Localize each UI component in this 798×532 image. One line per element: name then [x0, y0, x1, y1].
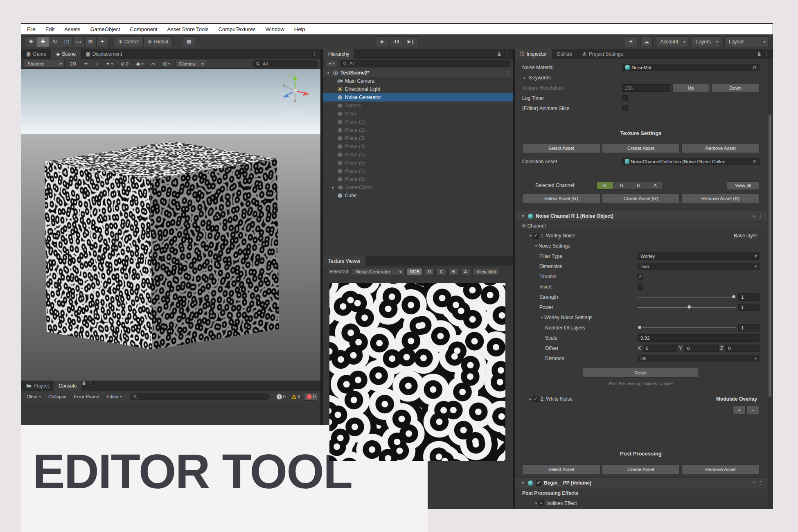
object-picker-icon[interactable]: ⊙: [753, 159, 757, 165]
menu-help[interactable]: Help: [294, 26, 305, 32]
hierarchy-item-plane-3[interactable]: Plane (3): [323, 134, 513, 142]
pivot-center-button[interactable]: ⊕ Center: [114, 36, 144, 47]
remove-layer-button[interactable]: −: [747, 406, 760, 414]
hierarchy-item-noise-generator[interactable]: Noise Generator: [323, 93, 513, 101]
channel-b-select-button[interactable]: B: [630, 182, 647, 189]
isolines-checkbox[interactable]: [539, 500, 544, 506]
white-noise-checkbox[interactable]: [533, 396, 539, 402]
menu-component[interactable]: Component: [130, 26, 157, 32]
strength-field[interactable]: 1: [738, 293, 760, 301]
collapse-toggle[interactable]: Collapse: [45, 393, 70, 401]
noise-channel-component-header[interactable]: ▾ Noise Channel R 1 (Noise Object) ≡ ⋮: [515, 211, 767, 221]
audio-toggle[interactable]: ♪: [93, 60, 101, 68]
noise-settings-row[interactable]: ▾ Noise Settings: [522, 241, 760, 251]
hierarchy-item-plane-8[interactable]: Plane (8): [323, 175, 513, 183]
layers-dropdown[interactable]: Layers: [692, 36, 721, 47]
create-asset-r-button[interactable]: Create Asset (R): [602, 194, 680, 203]
hidden-objects-toggle[interactable]: ⊘0: [118, 60, 131, 68]
texture-resolution-field[interactable]: 256: [622, 84, 670, 92]
rotate-tool-button[interactable]: ↻: [49, 36, 61, 47]
menu-window[interactable]: Window: [266, 26, 284, 32]
select-asset-r-button[interactable]: Select Asset (R): [522, 194, 600, 203]
resolution-up-button[interactable]: Up: [672, 84, 709, 92]
tab-project-settings[interactable]: Project Settings: [577, 49, 628, 59]
hierarchy-item-plane-1[interactable]: Plane (1): [323, 118, 513, 126]
animate-slice-checkbox[interactable]: [622, 106, 628, 111]
foldout-icon[interactable]: ▾: [534, 244, 539, 248]
resolution-down-button[interactable]: Down: [711, 84, 760, 92]
pp-create-asset-button[interactable]: Create Asset: [602, 464, 680, 474]
offset-y-field[interactable]: 0: [684, 345, 719, 352]
tab-game[interactable]: ▣ Game: [21, 49, 51, 59]
scene-orientation-gizmo[interactable]: y: [276, 71, 314, 109]
transform-tool-button[interactable]: ⊞: [84, 36, 97, 47]
scrollbar-thumb[interactable]: [769, 115, 771, 397]
invert-checkbox[interactable]: [638, 284, 643, 290]
info-count-toggle[interactable]: ! 0: [275, 392, 288, 401]
hierarchy-item-sphere[interactable]: Sphere: [323, 101, 513, 110]
cut-tool-button[interactable]: ✂: [149, 60, 158, 68]
power-slider[interactable]: [638, 304, 736, 311]
pp-select-asset-button[interactable]: Select Asset: [522, 464, 600, 474]
hierarchy-search-input[interactable]: [349, 61, 507, 66]
shading-mode-dropdown[interactable]: Shaded: [24, 60, 65, 68]
lock-icon[interactable]: [497, 52, 502, 56]
channel-a-select-button[interactable]: A: [647, 182, 664, 189]
hierarchy-item-plane[interactable]: Plane: [323, 110, 513, 118]
worley-settings-row[interactable]: ▾ Worley Noise Settings: [522, 312, 760, 322]
expand-icon[interactable]: ▸: [331, 185, 336, 189]
scale-field[interactable]: 9.92: [638, 334, 760, 342]
tab-hierarchy[interactable]: Hierarchy: [323, 49, 354, 59]
custom-tool-button[interactable]: ✦: [96, 36, 108, 47]
tab-texture-viewer[interactable]: Texture Viewer: [323, 256, 365, 266]
scene-menu-icon[interactable]: ⋮: [312, 51, 317, 57]
tab-inspector[interactable]: ⓘ Inspector: [515, 49, 552, 59]
presets-icon[interactable]: ≡: [753, 213, 755, 219]
2d-toggle[interactable]: 2D: [68, 60, 79, 68]
select-asset-button[interactable]: Select Asset: [522, 143, 600, 153]
tab-github[interactable]: GitHub: [552, 49, 577, 59]
remove-asset-button[interactable]: Remove Asset: [681, 143, 760, 153]
filter-type-dropdown[interactable]: Worley: [638, 252, 760, 260]
hierarchy-menu-icon[interactable]: ⋮: [505, 51, 509, 57]
menu-assets[interactable]: Assets: [64, 26, 80, 32]
console-search-input[interactable]: [139, 394, 266, 400]
menu-file[interactable]: File: [27, 26, 36, 32]
worley-noise-checkbox[interactable]: [533, 233, 539, 239]
hierarchy-item-plane-5[interactable]: Plane (5): [323, 151, 513, 159]
create-object-button[interactable]: + ▾: [326, 60, 337, 67]
rect-tool-button[interactable]: ▭: [72, 36, 85, 47]
tab-console[interactable]: Console: [54, 381, 81, 391]
offset-x-field[interactable]: 0: [643, 345, 677, 352]
error-pause-toggle[interactable]: Error Pause: [71, 393, 102, 401]
menu-gameobject[interactable]: GameObject: [90, 26, 120, 32]
presets-icon[interactable]: ≡: [753, 480, 755, 486]
reset-button[interactable]: Reset: [583, 368, 698, 378]
gizmos-dropdown[interactable]: Gizmos: [175, 60, 206, 68]
clear-button[interactable]: Clear▾: [24, 393, 44, 401]
keywords-row[interactable]: ▸Keywords: [522, 72, 760, 83]
scene-search[interactable]: [252, 60, 318, 68]
grid-visibility-button[interactable]: ⊞▾: [160, 60, 172, 68]
channel-r-button[interactable]: R: [425, 268, 435, 276]
hierarchy-item-gameobject[interactable]: ▸ GameObject: [323, 183, 513, 192]
foldout-icon[interactable]: ▾: [539, 316, 544, 320]
lock-icon[interactable]: [81, 381, 86, 385]
pause-button[interactable]: ❚❚: [390, 36, 404, 47]
lock-icon[interactable]: [757, 52, 762, 56]
scene-header-row[interactable]: ▾ TestScene2* ⋮: [323, 68, 513, 77]
noise-material-field[interactable]: NoiseMat ⊙: [622, 64, 760, 71]
hierarchy-item-cube[interactable]: Cube: [323, 192, 513, 200]
strength-slider[interactable]: [638, 293, 736, 301]
worley-noise-row[interactable]: ▾ 1. Worley Noise Base layer: [522, 230, 760, 241]
object-picker-icon[interactable]: ⊙: [753, 65, 757, 70]
camera-settings-button[interactable]: ◉▾: [134, 60, 146, 68]
pp-remove-asset-button[interactable]: Remove Asset: [681, 464, 760, 474]
begin-pp-checkbox[interactable]: [536, 480, 541, 486]
tab-displacement[interactable]: ▦ Displacement: [81, 49, 127, 59]
hierarchy-item-plane-6[interactable]: Plane (6): [323, 159, 513, 167]
menu-asset-store-tools[interactable]: Asset Store Tools: [167, 26, 209, 32]
channel-r-select-button[interactable]: R: [596, 182, 613, 189]
layers-slider[interactable]: [638, 324, 736, 331]
dimension-dropdown[interactable]: Two: [638, 263, 760, 270]
